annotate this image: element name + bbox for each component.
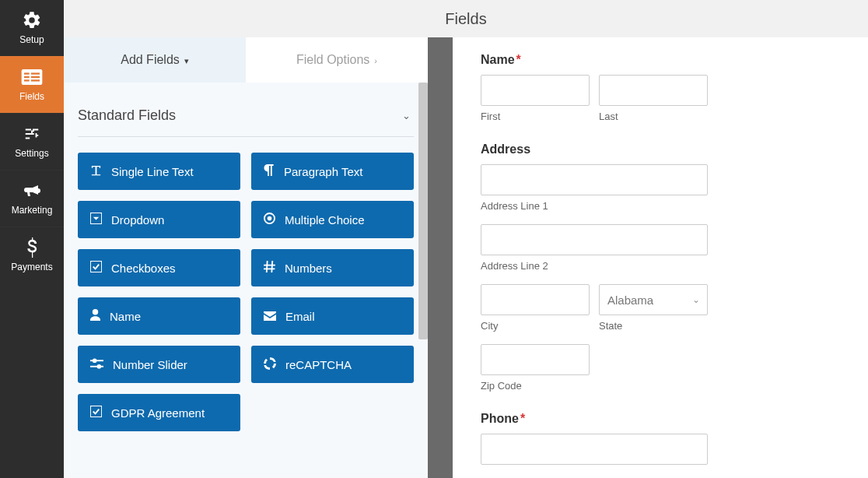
field-name[interactable]: Name (78, 297, 240, 335)
field-label: Email (285, 310, 315, 323)
preview-field-address[interactable]: Address Address Line 1 Address Line 2 Ci… (481, 142, 837, 392)
svg-rect-16 (90, 406, 102, 417)
page-title: Fields (64, 0, 868, 37)
paragraph-icon (264, 164, 275, 178)
panel-divider (428, 37, 453, 478)
label-text: Phone (481, 412, 519, 425)
field-gdpr-agreement[interactable]: GDPR Agreement (78, 394, 240, 431)
field-label: Numbers (285, 262, 332, 275)
field-label: Number Slider (113, 358, 187, 371)
svg-rect-6 (31, 79, 40, 81)
chevron-down-icon: ▾ (184, 56, 189, 66)
phone-input[interactable] (481, 434, 708, 465)
sliders-icon (3, 123, 61, 145)
address-line2-input[interactable] (481, 224, 708, 255)
city-sublabel: City (481, 320, 590, 332)
preview-field-phone[interactable]: Phone* (481, 412, 837, 465)
last-sublabel: Last (599, 111, 708, 122)
builder-panel: Fields Add Fields ▾ Field Options › Stan… (64, 0, 428, 478)
sidebar-item-payments[interactable]: Payments (0, 227, 64, 283)
chevron-right-icon: › (374, 56, 377, 65)
field-number-slider[interactable]: Number Slider (78, 346, 240, 383)
gear-icon (3, 9, 61, 31)
group-title: Standard Fields (78, 107, 176, 124)
field-label: Dropdown (111, 213, 164, 227)
chevron-down-icon: ⌄ (402, 110, 411, 121)
field-label: Name (110, 310, 141, 323)
standard-field-grid: Single Line Text Paragraph Text Dropdown… (78, 153, 414, 431)
svg-rect-4 (31, 72, 40, 74)
address-line1-input[interactable] (481, 164, 708, 195)
field-label: Single Line Text (111, 165, 194, 178)
address-label: Address (481, 142, 837, 156)
sidebar-item-fields[interactable]: Fields (0, 56, 64, 113)
last-name-input[interactable] (599, 75, 708, 106)
svg-point-14 (93, 358, 97, 363)
first-name-input[interactable] (481, 75, 590, 106)
zip-sublabel: Zip Code (481, 380, 590, 392)
svg-point-10 (268, 216, 272, 221)
required-asterisk: * (516, 53, 521, 66)
primary-sidebar: Setup Fields Settings Marketing Payments (0, 0, 64, 478)
field-recaptcha[interactable]: reCAPTCHA (251, 346, 414, 383)
name-label: Name* (481, 53, 837, 67)
svg-point-15 (97, 364, 102, 368)
field-email[interactable]: Email (251, 297, 414, 335)
sidebar-item-label: Settings (3, 148, 61, 159)
radio-icon (264, 213, 275, 227)
field-label: reCAPTCHA (285, 358, 352, 371)
fields-scroll-area: Standard Fields ⌄ Single Line Text Parag… (64, 83, 428, 478)
text-icon (90, 164, 102, 178)
bullhorn-icon (3, 180, 61, 202)
group-standard-fields[interactable]: Standard Fields ⌄ (78, 100, 414, 137)
city-input[interactable] (481, 284, 590, 315)
tab-field-options[interactable]: Field Options › (246, 37, 428, 83)
tab-add-fields[interactable]: Add Fields ▾ (64, 37, 246, 83)
check-square-icon (90, 261, 102, 275)
slider-icon (90, 358, 103, 371)
field-paragraph-text[interactable]: Paragraph Text (251, 153, 414, 190)
field-label: Multiple Choice (285, 213, 365, 227)
svg-rect-1 (24, 72, 30, 74)
list-icon (3, 66, 61, 88)
field-numbers[interactable]: Numbers (251, 249, 414, 286)
sidebar-item-label: Fields (3, 91, 61, 102)
phone-label: Phone* (481, 412, 837, 426)
field-label: GDPR Agreement (111, 406, 205, 420)
svg-rect-2 (24, 76, 30, 78)
label-text: Name (481, 53, 515, 66)
svg-rect-5 (31, 76, 40, 78)
sidebar-item-label: Payments (3, 262, 61, 272)
svg-rect-11 (90, 261, 102, 272)
dollar-icon (3, 237, 61, 258)
required-asterisk: * (520, 412, 525, 425)
panel-tabs: Add Fields ▾ Field Options › (64, 37, 428, 83)
sidebar-item-setup[interactable]: Setup (0, 0, 64, 56)
sidebar-item-marketing[interactable]: Marketing (0, 170, 64, 227)
user-icon (90, 309, 100, 323)
sidebar-item-label: Marketing (3, 205, 61, 216)
field-multiple-choice[interactable]: Multiple Choice (251, 201, 414, 238)
state-select[interactable]: Alabama (599, 284, 708, 315)
state-sublabel: State (599, 320, 708, 332)
tab-label: Field Options (296, 53, 369, 67)
sidebar-item-label: Setup (3, 34, 61, 45)
envelope-icon (264, 310, 276, 323)
check-square-icon (90, 406, 102, 420)
address-line2-sublabel: Address Line 2 (481, 260, 708, 272)
svg-rect-7 (92, 174, 100, 175)
address-line1-sublabel: Address Line 1 (481, 200, 708, 212)
recaptcha-icon (264, 357, 276, 372)
tab-label: Add Fields (121, 53, 180, 67)
field-single-line-text[interactable]: Single Line Text (78, 153, 240, 190)
zip-input[interactable] (481, 344, 590, 375)
sidebar-item-settings[interactable]: Settings (0, 113, 64, 170)
scrollbar[interactable] (418, 83, 428, 339)
hash-icon (264, 261, 275, 275)
field-checkboxes[interactable]: Checkboxes (78, 249, 240, 286)
caret-square-icon (90, 213, 102, 227)
field-label: Checkboxes (111, 262, 176, 275)
preview-field-name[interactable]: Name* First Last (481, 53, 837, 122)
field-label: Paragraph Text (284, 165, 362, 178)
field-dropdown[interactable]: Dropdown (78, 201, 240, 238)
